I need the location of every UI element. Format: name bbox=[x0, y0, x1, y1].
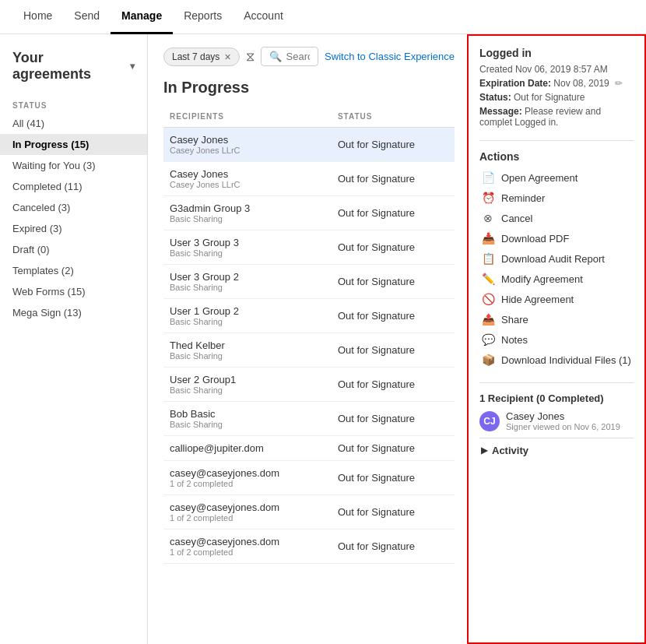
right-panel: Logged in Created Nov 06, 2019 8:57 AM E… bbox=[467, 34, 646, 644]
table-row[interactable]: User 2 Group1Basic SharingOut for Signat… bbox=[163, 368, 455, 402]
agreements-table: RECIPIENTS STATUS Casey JonesCasey Jones… bbox=[163, 107, 455, 564]
recipient-name: Thed Kelber bbox=[170, 340, 325, 351]
download-audit-icon: 📋 bbox=[481, 252, 495, 265]
recipient-info: Casey Jones Signer viewed on Nov 6, 2019 bbox=[506, 410, 620, 431]
action-cancel[interactable]: ⊗Cancel bbox=[479, 208, 634, 228]
cancel-icon: ⊗ bbox=[481, 212, 495, 224]
table-row[interactable]: Casey JonesCasey Jones LLrCOut for Signa… bbox=[163, 128, 455, 162]
recipient-name: User 3 Group 3 bbox=[170, 237, 325, 248]
sidebar-item-in-progress[interactable]: In Progress (15) bbox=[0, 134, 147, 155]
action-label: Download PDF bbox=[501, 233, 569, 245]
nav-item-home[interactable]: Home bbox=[12, 0, 63, 34]
share-icon: 📤 bbox=[481, 313, 495, 326]
expiration-value: Nov 08, 2019 bbox=[553, 78, 609, 89]
logged-in-title: Logged in bbox=[479, 47, 634, 59]
action-open-agreement[interactable]: 📄Open Agreement bbox=[479, 167, 634, 188]
sidebar-item-all[interactable]: All (41) bbox=[0, 113, 147, 134]
table-row[interactable]: User 3 Group 2Basic SharingOut for Signa… bbox=[163, 265, 455, 299]
action-reminder[interactable]: ⏰Reminder bbox=[479, 188, 634, 208]
recipient-sub: Basic Sharing bbox=[170, 351, 325, 361]
action-download-pdf[interactable]: 📥Download PDF bbox=[479, 228, 634, 248]
table-row[interactable]: User 1 Group 2Basic SharingOut for Signa… bbox=[163, 299, 455, 333]
recipient-section: 1 Recipient (0 Completed) CJ Casey Jones… bbox=[479, 392, 634, 463]
recipient-name: calliope@jupiter.dom bbox=[170, 442, 325, 454]
table-row[interactable]: Casey JonesCasey Jones LLrCOut for Signa… bbox=[163, 162, 455, 196]
actions-title: Actions bbox=[479, 150, 634, 163]
filter-icon[interactable]: ⧖ bbox=[246, 50, 255, 64]
open-agreement-icon: 📄 bbox=[481, 171, 495, 184]
recipient-name: User 1 Group 2 bbox=[170, 305, 325, 317]
status-label: Status: bbox=[479, 92, 511, 103]
action-label: Download Individual Files (1) bbox=[501, 354, 631, 366]
chevron-down-icon: ▾ bbox=[130, 61, 135, 72]
action-modify-agreement[interactable]: ✏️Modify Agreement bbox=[479, 269, 634, 289]
content-area: Last 7 days × ⧖ 🔍 Switch to Classic Expe… bbox=[148, 34, 467, 644]
activity-label: Activity bbox=[492, 445, 528, 456]
table-row[interactable]: User 3 Group 3Basic SharingOut for Signa… bbox=[163, 231, 455, 265]
recipient-name: casey@caseyjones.dom bbox=[170, 467, 325, 479]
hide-agreement-icon: 🚫 bbox=[481, 293, 495, 305]
nav-item-reports[interactable]: Reports bbox=[173, 0, 233, 34]
panel-divider-1 bbox=[479, 140, 634, 141]
recipient-name: G3admin Group 3 bbox=[170, 202, 325, 214]
edit-expiration-icon[interactable]: ✏ bbox=[615, 78, 623, 89]
search-input[interactable] bbox=[286, 51, 311, 62]
your-agreements-heading[interactable]: Your agreements ▾ bbox=[0, 47, 147, 93]
recipient-sub: Basic Sharing bbox=[170, 283, 325, 292]
status-text: Out for Signature bbox=[338, 442, 415, 454]
status-text: Out for Signature bbox=[338, 241, 415, 253]
status-field: Status: Out for Signature bbox=[479, 92, 634, 103]
table-row[interactable]: calliope@jupiter.domOut for Signature bbox=[163, 436, 455, 461]
sidebar-item-expired[interactable]: Expired (3) bbox=[0, 218, 147, 239]
filter-chip-label: Last 7 days bbox=[172, 51, 219, 62]
sidebar-item-mega-sign[interactable]: Mega Sign (13) bbox=[0, 302, 147, 323]
status-text: Out for Signature bbox=[338, 310, 415, 322]
sidebar-item-canceled[interactable]: Canceled (3) bbox=[0, 197, 147, 218]
reminder-icon: ⏰ bbox=[481, 192, 495, 204]
col-status: STATUS bbox=[332, 107, 455, 128]
date-filter-chip[interactable]: Last 7 days × bbox=[163, 48, 240, 66]
action-download-audit[interactable]: 📋Download Audit Report bbox=[479, 248, 634, 269]
top-nav: HomeSendManageReportsAccount bbox=[0, 0, 646, 34]
created-field: Created Nov 06, 2019 8:57 AM bbox=[479, 64, 634, 75]
table-row[interactable]: casey@caseyjones.dom1 of 2 completedOut … bbox=[163, 495, 455, 530]
action-hide-agreement[interactable]: 🚫Hide Agreement bbox=[479, 289, 634, 309]
remove-filter-icon[interactable]: × bbox=[224, 51, 230, 63]
table-row[interactable]: Bob BasicBasic SharingOut for Signature bbox=[163, 402, 455, 436]
recipient-name: Casey Jones bbox=[170, 168, 325, 180]
recipient-name: Bob Basic bbox=[170, 408, 325, 420]
nav-item-send[interactable]: Send bbox=[63, 0, 111, 34]
recipient-sub: 1 of 2 completed bbox=[170, 547, 325, 557]
recipient-sub: Signer viewed on Nov 6, 2019 bbox=[506, 422, 620, 431]
sidebar-item-waiting[interactable]: Waiting for You (3) bbox=[0, 155, 147, 176]
status-text: Out for Signature bbox=[338, 173, 415, 185]
status-text: Out for Signature bbox=[338, 344, 415, 356]
action-label: Notes bbox=[501, 334, 528, 346]
recipient-sub: Casey Jones LLrC bbox=[170, 146, 325, 155]
panel-divider-2 bbox=[479, 382, 634, 383]
switch-to-classic-link[interactable]: Switch to Classic Experience bbox=[325, 51, 455, 62]
sidebar-item-templates[interactable]: Templates (2) bbox=[0, 260, 147, 281]
action-label: Hide Agreement bbox=[501, 294, 574, 305]
table-row[interactable]: casey@caseyjones.dom1 of 2 completedOut … bbox=[163, 461, 455, 495]
sidebar-item-completed[interactable]: Completed (11) bbox=[0, 176, 147, 197]
action-download-individual[interactable]: 📦Download Individual Files (1) bbox=[479, 350, 634, 370]
recipient-sub: 1 of 2 completed bbox=[170, 479, 325, 488]
action-label: Reminder bbox=[501, 192, 545, 204]
table-row[interactable]: casey@caseyjones.dom1 of 2 completedOut … bbox=[163, 530, 455, 564]
table-row[interactable]: Thed KelberBasic SharingOut for Signatur… bbox=[163, 333, 455, 368]
activity-row[interactable]: ▶ Activity bbox=[479, 438, 634, 463]
recipient-name: Casey Jones bbox=[170, 134, 325, 146]
sidebar-item-web-forms[interactable]: Web Forms (15) bbox=[0, 281, 147, 302]
main-layout: Your agreements ▾ STATUS All (41)In Prog… bbox=[0, 34, 646, 644]
table-row[interactable]: G3admin Group 3Basic SharingOut for Sign… bbox=[163, 196, 455, 231]
nav-item-account[interactable]: Account bbox=[233, 0, 294, 34]
nav-item-manage[interactable]: Manage bbox=[111, 0, 173, 34]
action-notes[interactable]: 💬Notes bbox=[479, 329, 634, 350]
message-label: Message: bbox=[479, 106, 522, 117]
status-text: Out for Signature bbox=[338, 540, 415, 552]
sidebar-item-draft[interactable]: Draft (0) bbox=[0, 239, 147, 260]
action-label: Modify Agreement bbox=[501, 273, 583, 285]
action-label: Cancel bbox=[501, 213, 532, 224]
action-share[interactable]: 📤Share bbox=[479, 309, 634, 329]
